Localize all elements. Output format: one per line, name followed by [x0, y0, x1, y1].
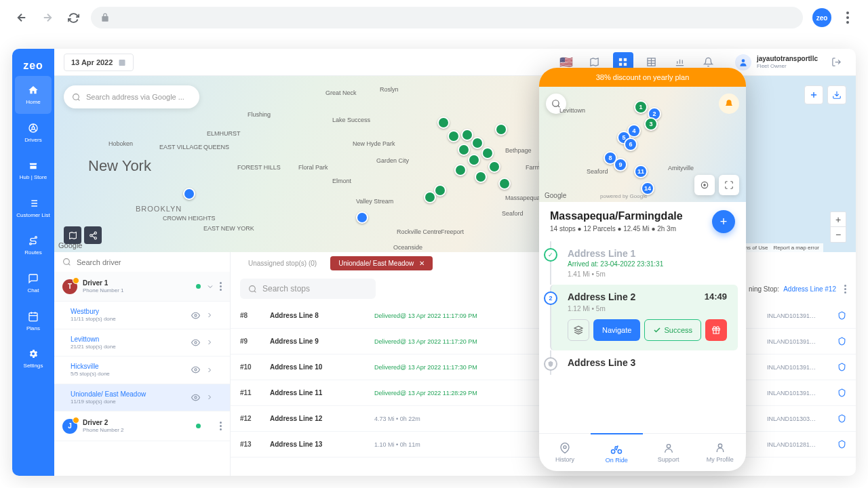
url-bar[interactable] [91, 7, 803, 28]
back-button[interactable] [14, 9, 30, 26]
logout-icon[interactable] [826, 52, 846, 73]
eye-icon[interactable] [191, 311, 200, 320]
mobile-stop[interactable]: ✓ Address Line 1 Arrived at: 23-04-2022 … [550, 241, 746, 285]
report-link[interactable]: Report a map error [773, 245, 819, 251]
stop-reference: INLAND101391… [767, 312, 828, 319]
svg-point-24 [704, 184, 705, 186]
location-row[interactable]: Levittown21/21 stop(s) done [54, 329, 230, 357]
location-row[interactable]: Hicksville5/5 stop(s) done [54, 357, 230, 384]
map-pin[interactable] [468, 154, 480, 166]
tab-active-route[interactable]: Uniondale/ East Meadow ✕ [330, 256, 433, 270]
nav-history[interactable]: History [539, 434, 591, 471]
map-pin[interactable] [461, 129, 473, 141]
success-button[interactable]: Success [644, 319, 701, 341]
gift-button[interactable] [705, 319, 727, 341]
calendar-icon [118, 58, 126, 66]
location-row[interactable]: Westbury11/11 stop(s) done [54, 302, 230, 329]
close-icon[interactable]: ✕ [419, 260, 425, 267]
navigate-button[interactable]: Navigate [593, 319, 640, 341]
mobile-stop[interactable]: 2 Address Line 2 14:49 1.12 Mi • 5m Navi… [550, 285, 738, 350]
forward-button[interactable] [39, 9, 56, 26]
stop-number: #13 [240, 441, 260, 448]
map-pin[interactable] [183, 188, 195, 200]
map-add-button[interactable] [804, 85, 823, 104]
nav-onride[interactable]: On Ride [591, 433, 642, 471]
map-pin[interactable] [495, 123, 507, 136]
map-pin[interactable] [488, 161, 500, 173]
map-pin[interactable] [434, 184, 446, 197]
sidebar-item-plans[interactable]: Plans [12, 302, 54, 340]
sidebar-item-hub[interactable]: Hub | Store [12, 151, 54, 189]
date-picker[interactable]: 13 Apr 2022 [64, 54, 134, 71]
stop-reference: INLAND101281… [767, 441, 828, 448]
chevron-right-icon [205, 366, 214, 374]
driver-row[interactable]: J Driver 2 Phone Number 2 [54, 411, 230, 441]
sidebar-item-drivers[interactable]: Drivers [12, 114, 54, 152]
shield-icon [837, 311, 846, 320]
tab-unassigned[interactable]: Unassigned stop(s) (0) [240, 256, 325, 270]
map-import-button[interactable] [827, 85, 846, 104]
driver-search[interactable] [54, 252, 230, 272]
more-button[interactable] [844, 285, 846, 293]
svg-point-21 [250, 285, 256, 291]
upcoming-stop-link[interactable]: Address Line #12 [783, 285, 836, 293]
location-row[interactable]: Uniondale/ East Meadow11/19 stop(s) done [54, 384, 230, 411]
map-search[interactable]: Search address via Google ... [64, 85, 199, 108]
add-stop-button[interactable]: + [712, 210, 735, 233]
nav-profile[interactable]: My Profile [694, 434, 746, 471]
fullscreen-button[interactable] [719, 175, 739, 195]
stop-reference: INLAND101391… [767, 364, 828, 371]
map-pin[interactable] [498, 178, 511, 190]
sidebar: zeo Home Drivers Hub | Store Customer Li… [12, 49, 54, 476]
map-pin[interactable] [454, 164, 467, 176]
profile-icon [714, 442, 726, 454]
reload-button[interactable] [65, 9, 81, 26]
map-pin[interactable] [448, 130, 460, 142]
search-icon [62, 258, 71, 266]
svg-point-19 [195, 369, 197, 371]
map-pin[interactable] [458, 144, 470, 156]
chevron-right-icon [205, 338, 214, 346]
browser-profile-avatar[interactable]: zeo [812, 8, 831, 27]
status-dot [196, 424, 201, 428]
zoom-out-button[interactable]: − [831, 227, 846, 242]
mobile-bell-button[interactable] [719, 94, 739, 114]
nav-support[interactable]: Support [643, 434, 694, 471]
eye-icon[interactable] [191, 338, 200, 347]
map-pin[interactable] [437, 117, 450, 129]
more-button[interactable] [220, 422, 222, 430]
sidebar-item-customer[interactable]: Customer List [12, 189, 54, 227]
locate-button[interactable] [694, 175, 715, 195]
layers-button[interactable] [568, 319, 589, 341]
map-share-icon[interactable] [84, 226, 102, 244]
route-title: Massapequa/Farmingdale [550, 210, 705, 222]
sidebar-item-chat[interactable]: Chat [12, 264, 54, 302]
map-route-icon[interactable] [64, 226, 81, 244]
promo-banner[interactable]: 38% discount on yearly plan [539, 68, 746, 87]
map-pin[interactable] [471, 137, 484, 149]
sidebar-item-routes[interactable]: Routes [12, 226, 54, 264]
browser-menu-button[interactable] [841, 12, 854, 24]
eye-icon[interactable] [191, 365, 200, 374]
map-pin[interactable] [475, 171, 487, 183]
mobile-stop[interactable]: Address Line 3 [550, 350, 746, 375]
sidebar-item-home[interactable]: Home [15, 76, 52, 114]
mobile-map-pin[interactable]: 6 [624, 138, 637, 151]
more-button[interactable] [220, 282, 222, 291]
mobile-map-pin[interactable]: 11 [634, 165, 648, 178]
eye-icon[interactable] [191, 393, 200, 402]
mobile-map-pin[interactable]: 1 [634, 100, 648, 114]
map-city-label: BROOKLYN [136, 205, 182, 213]
calendar-icon [27, 310, 39, 323]
mobile-map-pin[interactable]: 3 [644, 117, 658, 131]
user-menu[interactable]: jayautotransportllc Fleet Owner [735, 54, 818, 70]
map-pin[interactable] [424, 191, 436, 203]
driver-row[interactable]: T Driver 1 Phone Number 1 [54, 272, 230, 302]
mobile-map-pin[interactable]: 9 [614, 158, 627, 171]
mobile-map[interactable]: 1 2 3 4 5 6 8 9 11 14 Levittown Seaford … [539, 87, 746, 202]
stops-search[interactable]: Search stops [240, 279, 376, 299]
zoom-in-button[interactable]: + [831, 212, 846, 227]
map-pin[interactable] [356, 211, 368, 224]
map-pin[interactable] [481, 147, 494, 159]
sidebar-item-settings[interactable]: Settings [12, 340, 54, 378]
